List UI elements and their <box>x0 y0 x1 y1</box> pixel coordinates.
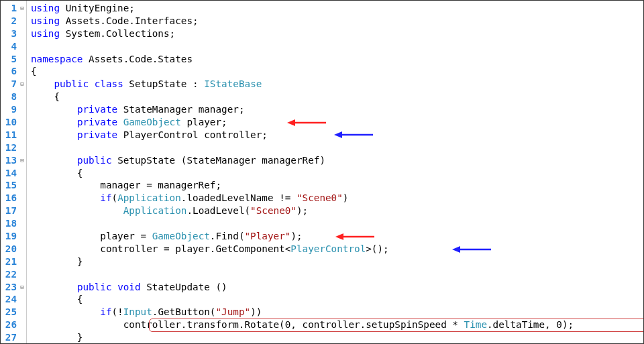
gutter-row: 12 <box>1 141 26 154</box>
line-number: 1 <box>1 2 18 15</box>
code-line[interactable]: private PlayerControl controller; <box>31 129 643 141</box>
gutter-row: 3 <box>1 27 26 40</box>
fold-toggle-icon[interactable]: ⊟ <box>18 2 26 15</box>
gutter-row: 8 <box>1 91 26 103</box>
gutter-row: 27 <box>1 331 26 344</box>
gutter-row: 13⊟ <box>1 154 26 167</box>
code-line[interactable]: private StateManager manager; <box>31 103 643 116</box>
gutter-row: 17 <box>1 205 26 217</box>
line-number: 3 <box>1 27 18 40</box>
line-number: 10 <box>1 116 18 129</box>
code-line[interactable] <box>31 141 643 154</box>
fold-toggle-icon[interactable]: ⊟ <box>18 78 26 91</box>
code-line[interactable] <box>31 40 643 53</box>
line-number: 20 <box>1 243 18 255</box>
line-number: 22 <box>1 268 18 281</box>
line-number: 2 <box>1 15 18 27</box>
gutter-row: 19 <box>1 230 26 243</box>
code-line[interactable]: player = GameObject.Find("Player"); <box>31 230 643 243</box>
gutter-row: 22 <box>1 268 26 281</box>
fold-toggle-icon[interactable]: ⊟ <box>18 154 26 167</box>
line-number: 18 <box>1 217 18 230</box>
gutter-row: 10 <box>1 116 26 129</box>
code-area: using UnityEngine;using Assets.Code.Inte… <box>27 1 643 343</box>
code-line[interactable]: public class SetupState : IStateBase <box>31 78 643 91</box>
code-line[interactable]: Application.LoadLevel("Scene0"); <box>31 205 643 217</box>
code-line[interactable]: } <box>31 331 643 343</box>
gutter-row: 18 <box>1 217 26 230</box>
code-line[interactable]: controller.transform.Rotate(0, controlle… <box>31 319 643 331</box>
gutter-row: 1⊟ <box>1 2 26 15</box>
code-line[interactable]: public void StateUpdate () <box>31 281 643 294</box>
line-number: 4 <box>1 40 18 53</box>
line-number: 21 <box>1 255 18 268</box>
line-number: 24 <box>1 293 18 306</box>
gutter-row: 4 <box>1 40 26 53</box>
line-number: 27 <box>1 331 18 344</box>
gutter-row: 15 <box>1 179 26 192</box>
code-line[interactable]: { <box>31 167 643 180</box>
gutter-row: 25 <box>1 306 26 319</box>
code-line[interactable]: manager = managerRef; <box>31 179 643 192</box>
gutter-row: 2 <box>1 15 26 27</box>
code-line[interactable]: namespace Assets.Code.States <box>31 53 643 66</box>
code-line[interactable]: using Assets.Code.Interfaces; <box>31 15 643 27</box>
line-number-gutter: 1⊟234567⊟8910111213⊟14151617181920212223… <box>1 1 27 343</box>
gutter-row: 14 <box>1 167 26 180</box>
gutter-row: 5 <box>1 53 26 66</box>
code-line[interactable]: { <box>31 293 643 306</box>
line-number: 5 <box>1 53 18 66</box>
line-number: 14 <box>1 167 18 180</box>
fold-toggle-icon[interactable]: ⊟ <box>18 281 26 294</box>
code-line[interactable]: if(!Input.GetButton("Jump")) <box>31 306 643 319</box>
code-line[interactable]: { <box>31 91 643 103</box>
gutter-row: 26 <box>1 319 26 331</box>
code-line[interactable] <box>31 268 643 281</box>
line-number: 26 <box>1 319 18 331</box>
code-line[interactable]: } <box>31 255 643 268</box>
code-line[interactable]: { <box>31 65 643 78</box>
code-line[interactable]: private GameObject player; <box>31 116 643 129</box>
gutter-row: 9 <box>1 103 26 116</box>
gutter-row: 6 <box>1 65 26 78</box>
code-line[interactable] <box>31 217 643 230</box>
code-line[interactable]: using System.Collections; <box>31 27 643 40</box>
line-number: 7 <box>1 78 18 91</box>
gutter-row: 11 <box>1 129 26 141</box>
gutter-row: 20 <box>1 243 26 255</box>
line-number: 19 <box>1 230 18 243</box>
line-number: 25 <box>1 306 18 319</box>
line-number: 15 <box>1 179 18 192</box>
line-number: 23 <box>1 281 18 294</box>
code-line[interactable]: if(Application.loadedLevelName != "Scene… <box>31 192 643 205</box>
code-line[interactable]: using UnityEngine; <box>31 2 643 15</box>
code-line[interactable]: public SetupState (StateManager managerR… <box>31 154 643 167</box>
gutter-row: 23⊟ <box>1 281 26 294</box>
code-line[interactable]: controller = player.GetComponent<PlayerC… <box>31 243 643 255</box>
line-number: 8 <box>1 91 18 103</box>
line-number: 9 <box>1 103 18 116</box>
gutter-row: 24 <box>1 293 26 306</box>
gutter-row: 16 <box>1 192 26 205</box>
line-number: 12 <box>1 141 18 154</box>
line-number: 11 <box>1 129 18 141</box>
line-number: 13 <box>1 154 18 167</box>
gutter-row: 21 <box>1 255 26 268</box>
line-number: 17 <box>1 205 18 217</box>
gutter-row: 7⊟ <box>1 78 26 91</box>
line-number: 16 <box>1 192 18 205</box>
line-number: 6 <box>1 65 18 78</box>
